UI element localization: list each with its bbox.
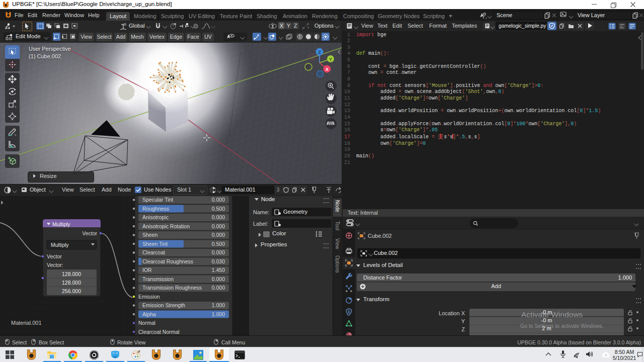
svg-text:128.000: 128.000	[62, 271, 81, 277]
svg-text:Clearcoat: Clearcoat	[142, 249, 165, 255]
svg-text:Clearcoat Roughness: Clearcoat Roughness	[142, 258, 193, 264]
svg-text:Sheen: Sheen	[142, 232, 158, 238]
svg-text:Material.001: Material.001	[11, 320, 42, 326]
svg-text:Roughness: Roughness	[142, 206, 169, 212]
svg-text:Transmission Roughness: Transmission Roughness	[142, 285, 202, 291]
svg-text:Specular Tint: Specular Tint	[142, 197, 173, 203]
svg-text:Anisotropic: Anisotropic	[142, 214, 169, 220]
svg-text:X: X	[326, 67, 329, 72]
svg-text:0.000: 0.000	[212, 232, 225, 238]
svg-text:0.500: 0.500	[212, 241, 225, 247]
svg-text:Z: Z	[318, 50, 321, 55]
svg-text:Multiply: Multiply	[52, 221, 70, 227]
svg-text:0.030: 0.030	[212, 258, 225, 264]
svg-text:0.000: 0.000	[212, 285, 225, 291]
svg-text:1.450: 1.450	[212, 267, 225, 273]
svg-text:0.000: 0.000	[212, 223, 225, 229]
svg-text:Sheen Tint: Sheen Tint	[142, 241, 168, 247]
svg-text:Emission: Emission	[138, 294, 160, 300]
svg-text:Transmission: Transmission	[142, 276, 174, 282]
svg-text:Y: Y	[329, 57, 332, 62]
svg-text:Vector:: Vector:	[47, 262, 63, 268]
svg-text:Vector: Vector	[82, 230, 97, 236]
svg-text:Clearcoat Normal: Clearcoat Normal	[138, 329, 180, 335]
svg-text:Vector: Vector	[47, 253, 62, 259]
svg-text:0.000: 0.000	[212, 249, 225, 255]
svg-text:0.500: 0.500	[212, 206, 225, 212]
svg-text:0.000: 0.000	[212, 276, 225, 282]
svg-text:IOR: IOR	[142, 267, 152, 273]
svg-text:0.000: 0.000	[212, 197, 225, 203]
svg-text:Anisotropic Rotation: Anisotropic Rotation	[142, 223, 190, 229]
svg-text:Multiply: Multiply	[51, 242, 69, 248]
svg-text:1.000: 1.000	[212, 311, 225, 317]
svg-text:256.000: 256.000	[62, 288, 81, 294]
svg-text:Normal: Normal	[138, 320, 155, 326]
svg-text:1.000: 1.000	[212, 302, 225, 308]
svg-text:Emission Strength: Emission Strength	[142, 302, 185, 308]
svg-text:0.000: 0.000	[212, 214, 225, 220]
svg-text:Alpha: Alpha	[142, 311, 156, 317]
svg-text:128.000: 128.000	[62, 280, 81, 286]
